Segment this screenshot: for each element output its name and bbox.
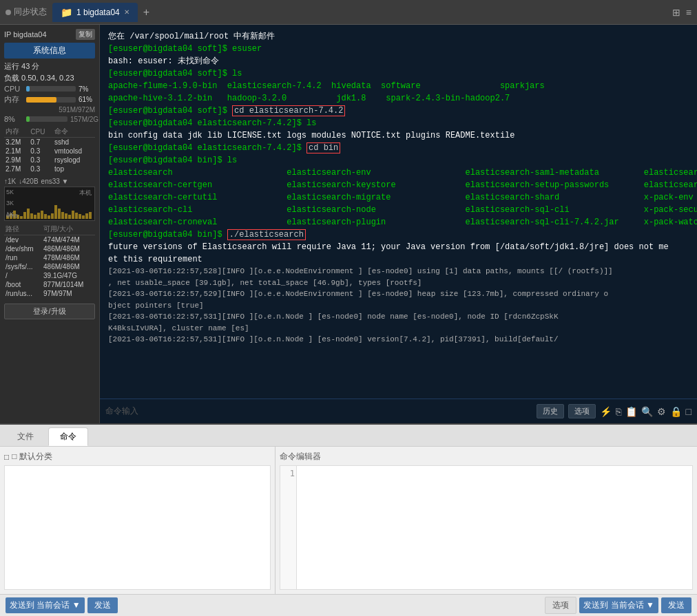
send-to-dropdown-right[interactable]: 发送到 当前会话 ▼ [579, 597, 658, 613]
disk-row: /dev/shm486M/486M [4, 244, 95, 253]
terminal-cmd-box: cd elasticsearch-7.4.2 [232, 105, 345, 116]
tab-bigdata04[interactable]: 📁 1 bigdata04 ✕ [52, 3, 138, 22]
terminal-cmd-box: ./elasticsearch [227, 229, 306, 240]
option-button[interactable]: 选项 [545, 597, 576, 614]
history-button[interactable]: 历史 [537, 404, 564, 418]
tab-add-button[interactable]: + [138, 3, 155, 21]
send-group-left: 发送到 当前会话 ▼ 发送 [6, 597, 118, 613]
terminal-line: [esuser@bigdata04 elasticsearch-7.4.2]$ … [108, 117, 689, 129]
swap-label: 8% [4, 115, 23, 123]
net-bar-item [23, 212, 26, 219]
terminal-line: 您在 /var/spool/mail/root 中有新邮件 [108, 30, 689, 43]
status-label: 同步状态 [14, 6, 47, 18]
lock-icon[interactable]: 🔒 [670, 406, 682, 417]
copy-icon[interactable]: ⎘ [616, 406, 621, 417]
send-button-left[interactable]: 发送 [87, 597, 118, 613]
sysinfo-button[interactable]: 系统信息 [4, 43, 95, 59]
cmd-editor-panel: 命令编辑器 1 [275, 447, 697, 594]
disk-row: /dev474M/474M [4, 235, 95, 245]
grid-icon[interactable]: ⊞ [672, 7, 680, 18]
terminal-input[interactable] [105, 407, 532, 416]
swap-detail: 157M/2G [70, 116, 95, 123]
terminal-input-bar: 历史 选项 ⚡ ⎘ 📋 🔍 ⚙ 🔒 □ [100, 399, 697, 423]
load-value: 0.50, 0.34, 0.23 [21, 74, 74, 82]
terminal-area: 您在 /var/spool/mail/root 中有新邮件[esuser@big… [100, 25, 697, 423]
disk-size: 486M/486M [42, 262, 95, 271]
net-bar-item [41, 211, 43, 219]
net-section: ↑1K ↓420B ens33 ▼ 5K 3K 1K 本机 0ms [4, 178, 95, 224]
login-button[interactable]: 登录/升级 [4, 304, 95, 319]
tab-bar: 📁 1 bigdata04 ✕ + [52, 3, 672, 22]
send-to-dropdown[interactable]: 发送到 当前会话 ▼ [6, 597, 85, 613]
cpu-label: CPU [4, 85, 23, 93]
send-button-right[interactable]: 发送 [661, 597, 691, 613]
disk-size: 97M/97M [42, 289, 95, 298]
top-bar: 同步状态 📁 1 bigdata04 ✕ + ⊞ ≡ [0, 0, 697, 25]
mem-bar-fill [26, 97, 56, 103]
net-chart: 5K 3K 1K 本机 0ms [4, 187, 95, 221]
tab-label: 1 bigdata04 [76, 8, 120, 17]
terminal-line: [2021-03-06T16:22:57,531][INFO ][o.e.n.N… [108, 334, 689, 346]
cmd-editor-area: 1 [280, 465, 693, 590]
disk-size: 877M/1014M [42, 280, 95, 289]
cpu-value: 7% [79, 85, 95, 93]
paste-icon[interactable]: 📋 [625, 406, 637, 417]
proc-cmd: vmtoolsd [53, 147, 95, 156]
proc-mem: 2.1M [4, 147, 29, 156]
terminal-line: future versions of Elasticsearch will re… [108, 241, 689, 253]
main-layout: IP bigdata04 复制 系统信息 运行 43 分 负载 0.50, 0.… [0, 25, 697, 423]
tab-commands[interactable]: 命令 [48, 427, 88, 446]
cmd-list-area [4, 465, 271, 590]
process-row: 2.7M0.3top [4, 164, 95, 173]
bottom-bar: 发送到 当前会话 ▼ 发送 选项 发送到 当前会话 ▼ 发送 [0, 594, 697, 616]
terminal-line: elasticsearch-certutil elasticsearch-mig… [108, 191, 689, 204]
terminal-line: [esuser@bigdata04 soft]$ cd elasticsearc… [108, 105, 689, 117]
minimize-icon[interactable]: □ [686, 406, 691, 417]
net-bar-item [54, 205, 57, 219]
terminal-line: K4BksLIvURA], cluster name [es] [108, 323, 689, 334]
terminal-prompt: [esuser@bigdata04 bin]$ [108, 230, 227, 240]
ip-label: IP bigdata04 [4, 30, 47, 39]
mem-detail: 591M/972M [4, 106, 95, 114]
cmd-textarea[interactable] [296, 465, 693, 590]
net-scale-5k: 5K [6, 189, 14, 195]
terminal-line: [esuser@bigdata04 bin]$ ls [108, 154, 689, 167]
tab-close-icon[interactable]: ✕ [124, 8, 129, 16]
tab-files[interactable]: 文件 [6, 427, 45, 446]
settings-icon[interactable]: ⚙ [657, 406, 666, 417]
process-table: 内存 CPU 命令 3.2M0.7sshd2.1M0.3vmtoolsd2.9M… [4, 126, 95, 173]
options-button[interactable]: 选项 [568, 404, 596, 418]
terminal-line: elasticsearch-croneval elasticsearch-plu… [108, 216, 689, 229]
net-bar-item [89, 212, 92, 219]
net-header: ↑1K ↓420B ens33 ▼ [4, 178, 95, 185]
list-icon[interactable]: ≡ [686, 7, 691, 18]
net-bar-item [20, 216, 23, 219]
mem-value: 61% [79, 96, 95, 103]
net-iface[interactable]: ens33 ▼ [41, 178, 69, 185]
net-bar-item [27, 209, 30, 219]
disk-row: /run478M/486M [4, 253, 95, 262]
disk-table: 路径 可用/大小 /dev474M/474M/dev/shm486M/486M/… [4, 224, 95, 298]
terminal-line: [2021-03-06T16:22:57,529][INFO ][o.e.e.N… [108, 288, 689, 300]
net-bar-item [72, 211, 74, 219]
cpu-bar-container: CPU 7% [4, 85, 95, 93]
net-down: ↓420B [19, 178, 38, 185]
terminal-line: bash: esuser: 未找到命令 [108, 55, 689, 67]
mem-label: 内存 [4, 94, 23, 105]
sync-status: 同步状态 [6, 6, 47, 18]
cmd-list-panel: □ □ 默认分类 [0, 447, 275, 594]
process-row: 2.9M0.3rsyslogd [4, 156, 95, 164]
bottom-content: □ □ 默认分类 命令编辑器 1 [0, 447, 697, 594]
disk-path: / [4, 271, 42, 280]
lightning-icon[interactable]: ⚡ [600, 406, 612, 417]
copy-button[interactable]: 复制 [76, 29, 95, 40]
proc-cpu: 0.3 [29, 156, 53, 164]
terminal-toolbar: 历史 选项 ⚡ ⎘ 📋 🔍 ⚙ 🔒 □ [537, 404, 691, 418]
search-icon[interactable]: 🔍 [641, 406, 653, 417]
net-time-label: 0ms [6, 212, 18, 219]
net-bar-item [44, 214, 47, 219]
sidebar: IP bigdata04 复制 系统信息 运行 43 分 负载 0.50, 0.… [0, 25, 100, 423]
load-row: 负载 0.50, 0.34, 0.23 [4, 73, 95, 83]
top-bar-right: ⊞ ≡ [672, 7, 691, 18]
mem-bar-container: 内存 61% [4, 94, 95, 105]
